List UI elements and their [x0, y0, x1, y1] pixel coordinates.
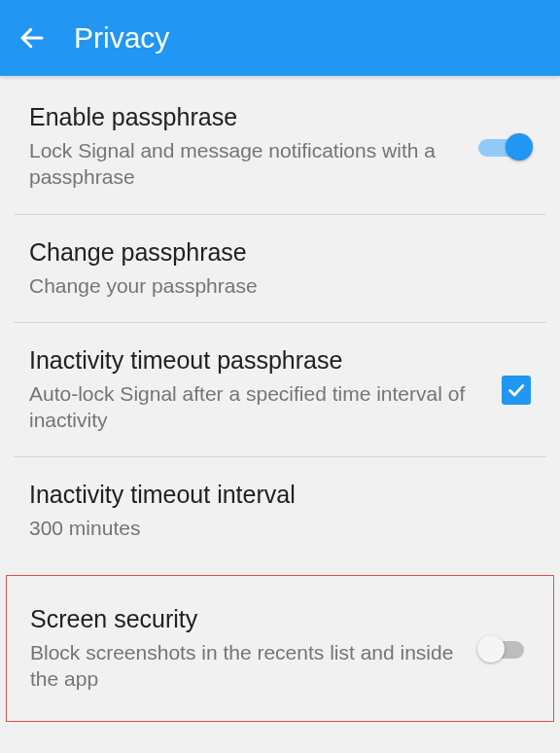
item-control: [477, 635, 530, 663]
item-control: [478, 133, 531, 161]
item-subtitle: Change your passphrase: [29, 272, 515, 299]
enable-passphrase-switch[interactable]: [478, 133, 531, 161]
settings-list: Enable passphrase Lock Signal and messag…: [0, 76, 560, 722]
item-subtitle: 300 minutes: [29, 515, 515, 541]
item-title: Screen security: [30, 605, 462, 633]
item-change-passphrase[interactable]: Change passphrase Change your passphrase: [0, 215, 560, 322]
item-title: Change passphrase: [29, 238, 515, 267]
item-subtitle: Lock Signal and message notifications wi…: [29, 137, 463, 191]
item-title: Inactivity timeout interval: [29, 481, 515, 509]
item-control: [502, 376, 531, 405]
item-title: Enable passphrase: [29, 103, 463, 131]
item-text: Inactivity timeout interval 300 minutes: [29, 481, 531, 541]
item-text: Change passphrase Change your passphrase: [29, 238, 531, 299]
inactivity-timeout-checkbox[interactable]: [502, 376, 531, 405]
item-screen-security[interactable]: Screen security Block screenshots in the…: [6, 575, 554, 723]
item-enable-passphrase[interactable]: Enable passphrase Lock Signal and messag…: [0, 80, 560, 214]
item-text: Inactivity timeout passphrase Auto-lock …: [29, 346, 502, 434]
item-title: Inactivity timeout passphrase: [29, 346, 486, 375]
app-header: Privacy: [0, 0, 560, 76]
screen-security-switch[interactable]: [477, 635, 530, 663]
back-icon[interactable]: [18, 23, 47, 53]
item-text: Screen security Block screenshots in the…: [30, 605, 477, 693]
item-inactivity-timeout-passphrase[interactable]: Inactivity timeout passphrase Auto-lock …: [0, 323, 560, 457]
page-title: Privacy: [74, 21, 169, 54]
item-subtitle: Auto-lock Signal after a specified time …: [29, 380, 486, 434]
item-inactivity-timeout-interval[interactable]: Inactivity timeout interval 300 minutes: [0, 457, 560, 564]
item-subtitle: Block screenshots in the recents list an…: [30, 639, 462, 693]
item-text: Enable passphrase Lock Signal and messag…: [29, 103, 478, 191]
